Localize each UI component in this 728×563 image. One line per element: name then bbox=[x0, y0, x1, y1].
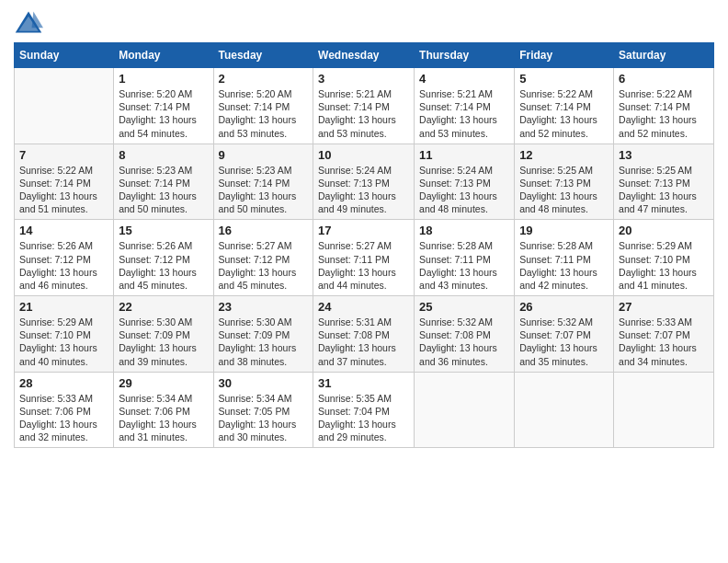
header-row: SundayMondayTuesdayWednesdayThursdayFrid… bbox=[15, 43, 714, 68]
day-info: Sunrise: 5:30 AM Sunset: 7:09 PM Dayligh… bbox=[119, 316, 208, 368]
day-info: Sunrise: 5:24 AM Sunset: 7:13 PM Dayligh… bbox=[318, 164, 409, 216]
day-number: 24 bbox=[318, 300, 409, 314]
day-cell: 1Sunrise: 5:20 AM Sunset: 7:14 PM Daylig… bbox=[114, 68, 213, 144]
day-number: 25 bbox=[419, 300, 509, 314]
day-cell: 6Sunrise: 5:22 AM Sunset: 7:14 PM Daylig… bbox=[614, 68, 714, 144]
day-cell: 20Sunrise: 5:29 AM Sunset: 7:10 PM Dayli… bbox=[614, 220, 714, 296]
day-cell: 17Sunrise: 5:27 AM Sunset: 7:11 PM Dayli… bbox=[313, 220, 415, 296]
day-cell: 19Sunrise: 5:28 AM Sunset: 7:11 PM Dayli… bbox=[515, 220, 614, 296]
day-cell bbox=[415, 372, 515, 448]
day-number: 12 bbox=[519, 148, 609, 162]
day-cell bbox=[614, 372, 714, 448]
day-cell: 14Sunrise: 5:26 AM Sunset: 7:12 PM Dayli… bbox=[15, 220, 114, 296]
day-number: 28 bbox=[19, 376, 108, 390]
day-info: Sunrise: 5:31 AM Sunset: 7:08 PM Dayligh… bbox=[318, 316, 409, 368]
col-header-sunday: Sunday bbox=[15, 43, 114, 68]
day-number: 7 bbox=[19, 148, 108, 162]
day-info: Sunrise: 5:32 AM Sunset: 7:08 PM Dayligh… bbox=[419, 316, 509, 368]
day-number: 6 bbox=[619, 72, 709, 86]
calendar-table: SundayMondayTuesdayWednesdayThursdayFrid… bbox=[14, 42, 714, 448]
day-number: 26 bbox=[519, 300, 609, 314]
col-header-monday: Monday bbox=[114, 43, 213, 68]
day-info: Sunrise: 5:21 AM Sunset: 7:14 PM Dayligh… bbox=[318, 87, 409, 140]
day-cell: 18Sunrise: 5:28 AM Sunset: 7:11 PM Dayli… bbox=[415, 220, 515, 296]
day-info: Sunrise: 5:29 AM Sunset: 7:10 PM Dayligh… bbox=[19, 316, 108, 368]
day-info: Sunrise: 5:26 AM Sunset: 7:12 PM Dayligh… bbox=[19, 239, 108, 292]
day-cell: 26Sunrise: 5:32 AM Sunset: 7:07 PM Dayli… bbox=[515, 296, 614, 373]
day-cell: 27Sunrise: 5:33 AM Sunset: 7:07 PM Dayli… bbox=[614, 296, 714, 373]
col-header-wednesday: Wednesday bbox=[313, 43, 415, 68]
day-info: Sunrise: 5:23 AM Sunset: 7:14 PM Dayligh… bbox=[219, 164, 309, 216]
day-cell: 5Sunrise: 5:22 AM Sunset: 7:14 PM Daylig… bbox=[515, 68, 614, 144]
day-number: 19 bbox=[519, 224, 609, 237]
day-cell: 13Sunrise: 5:25 AM Sunset: 7:13 PM Dayli… bbox=[614, 144, 714, 220]
day-cell: 15Sunrise: 5:26 AM Sunset: 7:12 PM Dayli… bbox=[114, 220, 213, 296]
day-number: 2 bbox=[219, 72, 309, 86]
day-number: 23 bbox=[219, 300, 309, 314]
day-number: 29 bbox=[119, 376, 208, 390]
col-header-friday: Friday bbox=[515, 43, 614, 68]
day-info: Sunrise: 5:28 AM Sunset: 7:11 PM Dayligh… bbox=[419, 239, 509, 292]
week-row-4: 21Sunrise: 5:29 AM Sunset: 7:10 PM Dayli… bbox=[15, 296, 714, 373]
logo bbox=[14, 9, 47, 35]
day-cell: 24Sunrise: 5:31 AM Sunset: 7:08 PM Dayli… bbox=[313, 296, 415, 373]
week-row-3: 14Sunrise: 5:26 AM Sunset: 7:12 PM Dayli… bbox=[15, 220, 714, 296]
day-info: Sunrise: 5:20 AM Sunset: 7:14 PM Dayligh… bbox=[119, 87, 208, 140]
day-cell: 30Sunrise: 5:34 AM Sunset: 7:05 PM Dayli… bbox=[213, 372, 313, 448]
day-number: 27 bbox=[619, 300, 709, 314]
day-info: Sunrise: 5:26 AM Sunset: 7:12 PM Dayligh… bbox=[119, 239, 208, 292]
day-number: 10 bbox=[318, 148, 409, 162]
day-number: 4 bbox=[419, 72, 509, 86]
day-number: 21 bbox=[19, 300, 108, 314]
day-number: 11 bbox=[419, 148, 509, 162]
day-cell: 28Sunrise: 5:33 AM Sunset: 7:06 PM Dayli… bbox=[15, 372, 114, 448]
logo-icon bbox=[14, 9, 43, 35]
day-info: Sunrise: 5:30 AM Sunset: 7:09 PM Dayligh… bbox=[219, 316, 309, 368]
week-row-5: 28Sunrise: 5:33 AM Sunset: 7:06 PM Dayli… bbox=[15, 372, 714, 448]
day-cell: 9Sunrise: 5:23 AM Sunset: 7:14 PM Daylig… bbox=[213, 144, 313, 220]
day-cell: 4Sunrise: 5:21 AM Sunset: 7:14 PM Daylig… bbox=[415, 68, 515, 144]
day-cell: 16Sunrise: 5:27 AM Sunset: 7:12 PM Dayli… bbox=[213, 220, 313, 296]
col-header-tuesday: Tuesday bbox=[213, 43, 313, 68]
day-info: Sunrise: 5:27 AM Sunset: 7:12 PM Dayligh… bbox=[219, 239, 309, 292]
day-info: Sunrise: 5:24 AM Sunset: 7:13 PM Dayligh… bbox=[419, 164, 509, 216]
day-cell: 11Sunrise: 5:24 AM Sunset: 7:13 PM Dayli… bbox=[415, 144, 515, 220]
day-number: 1 bbox=[119, 72, 208, 86]
day-cell bbox=[515, 372, 614, 448]
day-cell: 3Sunrise: 5:21 AM Sunset: 7:14 PM Daylig… bbox=[313, 68, 415, 144]
day-info: Sunrise: 5:28 AM Sunset: 7:11 PM Dayligh… bbox=[519, 239, 609, 292]
day-cell: 25Sunrise: 5:32 AM Sunset: 7:08 PM Dayli… bbox=[415, 296, 515, 373]
col-header-thursday: Thursday bbox=[415, 43, 515, 68]
day-info: Sunrise: 5:33 AM Sunset: 7:06 PM Dayligh… bbox=[19, 392, 108, 444]
day-info: Sunrise: 5:22 AM Sunset: 7:14 PM Dayligh… bbox=[19, 164, 108, 216]
day-info: Sunrise: 5:35 AM Sunset: 7:04 PM Dayligh… bbox=[318, 392, 409, 444]
day-number: 13 bbox=[619, 148, 709, 162]
day-number: 14 bbox=[19, 224, 108, 237]
day-number: 17 bbox=[318, 224, 409, 237]
page-header bbox=[14, 9, 714, 35]
day-info: Sunrise: 5:33 AM Sunset: 7:07 PM Dayligh… bbox=[619, 316, 709, 368]
day-number: 31 bbox=[318, 376, 409, 390]
day-number: 8 bbox=[119, 148, 208, 162]
day-info: Sunrise: 5:23 AM Sunset: 7:14 PM Dayligh… bbox=[119, 164, 208, 216]
day-number: 22 bbox=[119, 300, 208, 314]
day-number: 15 bbox=[119, 224, 208, 237]
day-cell: 29Sunrise: 5:34 AM Sunset: 7:06 PM Dayli… bbox=[114, 372, 213, 448]
day-cell: 12Sunrise: 5:25 AM Sunset: 7:13 PM Dayli… bbox=[515, 144, 614, 220]
day-info: Sunrise: 5:20 AM Sunset: 7:14 PM Dayligh… bbox=[219, 87, 309, 140]
day-number: 5 bbox=[519, 72, 609, 86]
day-number: 3 bbox=[318, 72, 409, 86]
day-number: 30 bbox=[219, 376, 309, 390]
day-info: Sunrise: 5:21 AM Sunset: 7:14 PM Dayligh… bbox=[419, 87, 509, 140]
day-cell: 10Sunrise: 5:24 AM Sunset: 7:13 PM Dayli… bbox=[313, 144, 415, 220]
day-info: Sunrise: 5:25 AM Sunset: 7:13 PM Dayligh… bbox=[519, 164, 609, 216]
day-cell: 31Sunrise: 5:35 AM Sunset: 7:04 PM Dayli… bbox=[313, 372, 415, 448]
day-info: Sunrise: 5:32 AM Sunset: 7:07 PM Dayligh… bbox=[519, 316, 609, 368]
day-cell: 23Sunrise: 5:30 AM Sunset: 7:09 PM Dayli… bbox=[213, 296, 313, 373]
day-info: Sunrise: 5:27 AM Sunset: 7:11 PM Dayligh… bbox=[318, 239, 409, 292]
day-number: 16 bbox=[219, 224, 309, 237]
day-info: Sunrise: 5:25 AM Sunset: 7:13 PM Dayligh… bbox=[619, 164, 709, 216]
day-cell bbox=[15, 68, 114, 144]
day-cell: 21Sunrise: 5:29 AM Sunset: 7:10 PM Dayli… bbox=[15, 296, 114, 373]
week-row-1: 1Sunrise: 5:20 AM Sunset: 7:14 PM Daylig… bbox=[15, 68, 714, 144]
